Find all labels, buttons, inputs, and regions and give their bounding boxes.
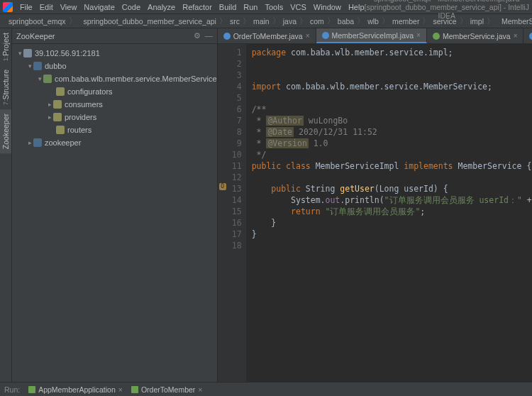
breadcrumb: springboot_emqx〉 springboot_dubbo_member…: [0, 14, 532, 28]
close-icon[interactable]: ×: [306, 32, 310, 40]
tree-consumers[interactable]: ▸consumers: [12, 98, 217, 111]
tree-routers[interactable]: routers: [12, 123, 217, 136]
crumb-com[interactable]: com: [310, 17, 324, 26]
menu-help[interactable]: Help: [348, 3, 365, 11]
intellij-logo-icon: [3, 2, 13, 12]
tab-member-service-impl[interactable]: MemberServiceImpl.java×: [316, 28, 427, 43]
crumb-class[interactable]: MemberServiceImpl: [501, 17, 532, 26]
folder-icon: [53, 113, 62, 121]
folder-icon: [53, 100, 62, 109]
menu-code[interactable]: Code: [122, 3, 140, 11]
left-tool-strip: 1:Project 7:Structure Zookeeper: [0, 28, 12, 382]
run-label: Run:: [4, 385, 20, 394]
tree-service[interactable]: ▾com.baba.wlb.member.service.MemberServi…: [12, 72, 217, 85]
crumb-wlb[interactable]: wlb: [367, 17, 379, 26]
folder-icon: [33, 62, 42, 70]
crumb-java[interactable]: java: [283, 17, 297, 26]
menu-build[interactable]: Build: [219, 3, 236, 11]
editor-tabs: OrderToMember.java× MemberServiceImpl.ja…: [218, 28, 532, 44]
tool-tab-structure[interactable]: 7:Structure: [0, 65, 11, 109]
gear-icon[interactable]: ⚙: [194, 31, 201, 40]
crumb-baba[interactable]: baba: [338, 17, 354, 26]
run-icon: [28, 386, 35, 393]
interface-icon: [433, 33, 440, 40]
menu-edit[interactable]: Edit: [40, 3, 53, 11]
tab-app-member-application[interactable]: AppMemberApplication.java×: [523, 28, 532, 43]
crumb-module[interactable]: springboot_dubbo_member_service_api: [84, 17, 216, 26]
menu-tools[interactable]: Tools: [265, 3, 283, 11]
menu-file[interactable]: File: [20, 3, 33, 11]
tree-host[interactable]: ▾39.102.56.91:2181: [12, 47, 217, 60]
tree-zookeeper-node[interactable]: ▸zookeeper: [12, 136, 217, 149]
code-editor[interactable]: 123456789101112131415161718 O package co…: [218, 44, 532, 382]
folder-icon: [43, 75, 52, 83]
folder-icon: [33, 138, 42, 147]
close-icon[interactable]: ×: [514, 32, 518, 40]
run-icon: [131, 386, 138, 393]
close-icon[interactable]: ×: [416, 31, 421, 39]
crumb-main[interactable]: main: [253, 17, 270, 26]
bottom-bar: Run: AppMemberApplication× OrderToMember…: [0, 382, 532, 396]
tool-tab-project[interactable]: 1:Project: [0, 28, 11, 65]
crumb-impl[interactable]: impl: [470, 17, 484, 26]
menu-refactor[interactable]: Refactor: [182, 3, 212, 11]
crumb-root[interactable]: springboot_emqx: [9, 17, 66, 26]
host-icon: [23, 49, 32, 57]
tree-providers[interactable]: ▸providers: [12, 111, 217, 123]
folder-icon: [56, 87, 65, 96]
crumb-member[interactable]: member: [392, 17, 420, 26]
menu-analyze[interactable]: Analyze: [148, 3, 175, 11]
menu-window[interactable]: Window: [314, 3, 341, 11]
tool-window-title: ZooKeeper: [16, 32, 55, 40]
code-content[interactable]: package com.baba.wlb.member.service.impl…: [246, 44, 532, 382]
run-config-app-member[interactable]: AppMemberApplication×: [28, 385, 123, 394]
menu-navigate[interactable]: Navigate: [84, 3, 114, 11]
crumb-src[interactable]: src: [230, 17, 240, 26]
override-gutter-icon[interactable]: O: [219, 183, 226, 190]
class-icon: [223, 33, 231, 40]
main-menu: File Edit View Navigate Code Analyze Ref…: [3, 2, 365, 12]
class-icon: [529, 33, 532, 40]
run-config-order-to-member[interactable]: OrderToMember×: [131, 385, 203, 394]
tree-configurators[interactable]: configurators: [12, 85, 217, 98]
title-bar: File Edit View Navigate Code Analyze Ref…: [0, 0, 532, 14]
zookeeper-tool-window: ZooKeeper ⚙ — ▾39.102.56.91:2181 ▾dubbo …: [12, 28, 218, 382]
tab-member-service[interactable]: MemberService.java×: [427, 28, 524, 43]
tool-tab-zookeeper[interactable]: Zookeeper: [0, 109, 11, 153]
hide-icon[interactable]: —: [205, 31, 213, 40]
menu-view[interactable]: View: [60, 3, 77, 11]
zookeeper-tree[interactable]: ▾39.102.56.91:2181 ▾dubbo ▾com.baba.wlb.…: [12, 44, 217, 382]
menu-run[interactable]: Run: [243, 3, 257, 11]
folder-icon: [56, 126, 65, 134]
tree-dubbo[interactable]: ▾dubbo: [12, 60, 217, 72]
tab-order-to-member[interactable]: OrderToMember.java×: [218, 28, 316, 43]
line-gutter[interactable]: 123456789101112131415161718 O: [218, 44, 246, 382]
crumb-service[interactable]: service: [433, 17, 456, 26]
class-icon: [322, 32, 329, 39]
menu-vcs[interactable]: VCS: [290, 3, 306, 11]
